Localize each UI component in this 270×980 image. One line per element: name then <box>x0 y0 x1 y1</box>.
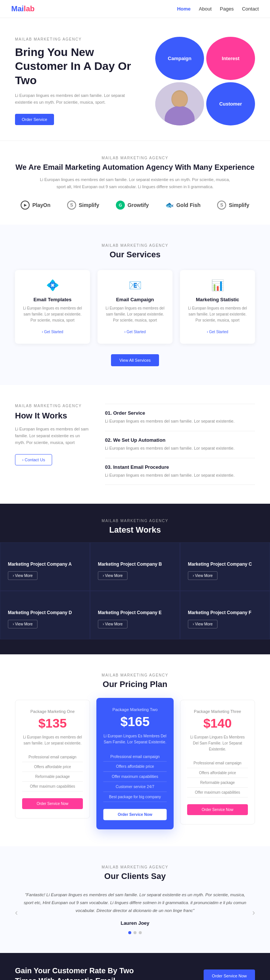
plan-3-desc: Li Europan Lingues Es Membres Del Sam Fa… <box>187 734 248 752</box>
pricing-section: MAILAB MARKETING AGENCY Our Pricing Plan… <box>0 654 270 846</box>
how-step-3-num: 03. Instant Email Procedure <box>105 464 255 470</box>
service-campaign-link[interactable]: › Get Started <box>124 330 145 334</box>
testimonial-dots <box>21 931 248 934</box>
plan-1-feature-1: Professional email campaign <box>22 752 83 762</box>
service-templates-link[interactable]: › Get Started <box>42 330 63 334</box>
brands-desc: Li Europan lingues es membres del sam fa… <box>38 176 232 190</box>
service-templates-title: Email Templates <box>22 297 83 302</box>
works-section: MAILAB MARKETING AGENCY Latest Works Mar… <box>0 504 270 654</box>
work-title-d: Marketing Project Company D <box>8 610 82 615</box>
playon-icon: ▶ <box>21 200 30 210</box>
testimonial-content: "Fantastic! Li Europan lingues es membre… <box>21 891 248 934</box>
plan-1-feature-3: Reformable package <box>22 772 83 782</box>
dot-3[interactable] <box>139 931 142 934</box>
testimonial-carousel: ‹ "Fantastic! Li Europan lingues es memb… <box>15 891 255 934</box>
plan-2-desc: Li Europan Lingues Es Membres Del Sam Fa… <box>104 733 167 746</box>
service-statistic-desc: Li Europan lingues es membres del sam fa… <box>187 305 248 323</box>
hero-text: MAILAB MARKETING AGENCY Bring You New Cu… <box>15 37 142 126</box>
nav-links: Home About Pages Contact <box>177 6 259 12</box>
testimonial-section: MAILAB MARKETING AGENCY Our Clients Say … <box>0 846 270 953</box>
how-contact-button[interactable]: › Contact Us <box>15 454 52 465</box>
interest-circle: Interest <box>206 37 255 80</box>
dot-1[interactable] <box>128 931 131 934</box>
brands-section: MAILAB MARKETING AGENCY We Are Email Mar… <box>0 140 270 224</box>
plan-3-feature-2: Offers affordable price <box>187 768 248 778</box>
cta-order-button[interactable]: Order Service Now <box>204 969 255 980</box>
pricing-title: Our Pricing Plan <box>15 679 255 689</box>
brands-row: ▶ PlayOn S Simplify G Growtify 🐟 Gold Fi… <box>15 200 255 210</box>
work-card-d: Marketing Project Company D › View More <box>0 591 90 639</box>
nav-link-home[interactable]: Home <box>177 6 191 12</box>
plan-1-cta-button[interactable]: Order Service Now <box>22 798 83 809</box>
plan-2-features: Professional email campaign Offers affor… <box>104 752 167 802</box>
nav-link-contact[interactable]: Contact <box>242 6 259 12</box>
nav-link-pages[interactable]: Pages <box>220 6 234 12</box>
hero-section: MAILAB MARKETING AGENCY Bring You New Cu… <box>0 18 270 140</box>
work-view-more-e[interactable]: › View More <box>98 620 128 628</box>
work-title-e: Marketing Project Company E <box>98 610 172 615</box>
work-card-f: Marketing Project Company F › View More <box>180 591 270 639</box>
plan-1-feature-2: Offers affordable price <box>22 762 83 772</box>
pricing-grid: Package Marketing One $135 Li Europan li… <box>15 700 255 827</box>
work-title-b: Marketing Project Company B <box>98 562 172 567</box>
work-view-more-c[interactable]: › View More <box>188 571 218 580</box>
plan-3-feature-4: Offer maximum capabilities <box>187 788 248 797</box>
works-title: Latest Works <box>0 525 270 535</box>
testimonial-next-button[interactable]: › <box>253 908 255 918</box>
work-view-more-f[interactable]: › View More <box>188 620 218 628</box>
service-templates-icon: 💠 <box>22 279 83 291</box>
brand-growtify: G Growtify <box>116 200 149 210</box>
services-section: MAILAB MARKETING AGENCY Our Services 💠 E… <box>0 224 270 385</box>
work-view-more-d[interactable]: › View More <box>8 620 38 628</box>
hero-cta-button[interactable]: Order Service <box>15 114 54 125</box>
work-card-e: Marketing Project Company E › View More <box>90 591 180 639</box>
work-title-f: Marketing Project Company F <box>188 610 262 615</box>
plan-2-price: $165 <box>104 714 167 729</box>
pricing-plan-2: Package Marketing Two $165 Li Europan Li… <box>96 698 174 829</box>
work-title-c: Marketing Project Company C <box>188 562 262 567</box>
hero-title: Bring You New Customer In A Day Or Two <box>15 45 142 88</box>
how-step-2-desc: Li Europan lingues es membres del sam fa… <box>105 445 255 452</box>
service-statistic-link[interactable]: › Get Started <box>207 330 228 334</box>
svg-point-3 <box>172 92 187 107</box>
service-campaign-desc: Li Europan lingues es membres del sam fa… <box>104 305 166 323</box>
how-step-1: 01. Order Service Li Europan lingues es … <box>105 404 255 431</box>
plan-3-price: $140 <box>187 716 248 730</box>
testimonial-prev-button[interactable]: ‹ <box>15 908 17 918</box>
work-card-c: Marketing Project Company C › View More <box>180 542 270 591</box>
plan-2-feature-3: Offer maximum capabilities <box>104 772 167 782</box>
how-section: MAILAB MARKETING AGENCY How It Works Li … <box>0 385 270 504</box>
plan-1-desc: Li Europan lingues es membres del sam fa… <box>22 734 83 746</box>
work-card-b: Marketing Project Company B › View More <box>90 542 180 591</box>
service-statistic-title: Marketing Statistic <box>187 297 248 302</box>
plan-1-features: Professional email campaign Offers affor… <box>22 752 83 791</box>
customer-circle: Customer <box>206 82 255 126</box>
work-view-more-b[interactable]: › View More <box>98 571 128 580</box>
view-all-services-button[interactable]: View All Services <box>111 354 159 366</box>
services-view-all-wrap: View All Services <box>15 354 255 366</box>
service-campaign-icon: 📧 <box>104 279 166 291</box>
simplify2-icon: S <box>217 200 226 210</box>
brand-simplify-2: S Simplify <box>217 200 249 210</box>
service-card-statistic: 📊 Marketing Statistic Li Europan lingues… <box>180 270 255 344</box>
growtify-icon: G <box>116 200 125 210</box>
brand-simplify-1: S Simplify <box>67 200 99 210</box>
work-card-a: Marketing Project Company A › View More <box>0 542 90 591</box>
how-step-2-num: 02. We Set Up Automation <box>105 437 255 443</box>
plan-1-label: Package Marketing One <box>22 709 83 714</box>
plan-3-cta-button[interactable]: Order Service Now <box>187 804 248 815</box>
dot-2[interactable] <box>134 931 136 934</box>
testimonial-quote: "Fantastic! Li Europan lingues es membre… <box>21 891 248 914</box>
work-view-more-a[interactable]: › View More <box>8 571 38 580</box>
plan-2-cta-button[interactable]: Order Service Now <box>104 809 167 820</box>
pricing-plan-3: Package Marketing Three $140 Li Europan … <box>180 700 255 824</box>
services-badge: MAILAB MARKETING AGENCY <box>15 243 255 248</box>
plan-3-feature-3: Reformable package <box>187 778 248 788</box>
photo-circle <box>155 82 204 126</box>
nav-link-about[interactable]: About <box>199 6 212 12</box>
testimonial-title: Our Clients Say <box>15 872 255 881</box>
cta-banner: Gain Your Customer Rate By Two Times Wit… <box>0 953 270 980</box>
how-title: How It Works <box>15 411 90 421</box>
simplify1-icon: S <box>67 200 76 210</box>
services-grid: 💠 Email Templates Li Europan lingues es … <box>15 270 255 344</box>
